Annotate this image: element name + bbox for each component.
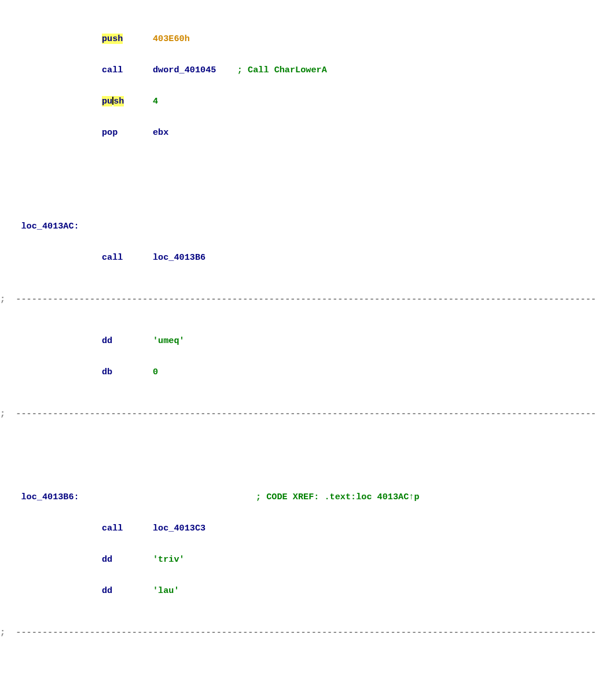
disassembly-view[interactable]: push403E60h calldword_401045 ; Call Char… bbox=[0, 0, 595, 700]
operand-str: 'umeq' bbox=[153, 336, 185, 346]
separator: ; --------------------------------------… bbox=[0, 627, 595, 638]
asm-line: popebx bbox=[0, 127, 595, 138]
code-label: loc_4013B6: bbox=[0, 492, 102, 502]
mnemonic-call: call bbox=[102, 252, 153, 263]
mnemonic-push-a: pu bbox=[102, 96, 112, 106]
asm-line: push4 bbox=[0, 96, 595, 106]
operand-ident: loc_4013C3 bbox=[153, 523, 205, 533]
asm-line: dd 'lau' bbox=[0, 585, 595, 596]
asm-line: calldword_401045 ; Call CharLowerA bbox=[0, 65, 595, 75]
mnemonic-db: db bbox=[102, 367, 153, 377]
operand-addr: 403E60h bbox=[153, 34, 190, 44]
comment: ; Call CharLowerA bbox=[237, 65, 327, 75]
operand-ident: dword_401045 bbox=[153, 65, 216, 75]
blank-line bbox=[0, 440, 595, 450]
blank-line bbox=[0, 658, 595, 669]
operand-reg: ebx bbox=[153, 127, 168, 138]
operand-str: 'triv' bbox=[153, 554, 185, 565]
mnemonic-push: push bbox=[102, 34, 123, 44]
asm-line: dd 'umeq' bbox=[0, 336, 595, 346]
operand-num: 4 bbox=[153, 96, 158, 106]
asm-line: db0 bbox=[0, 367, 595, 377]
mnemonic-dd: dd bbox=[102, 585, 153, 596]
xref: ; CODE XREF: .text:loc 4013AC↑p bbox=[256, 492, 420, 502]
label-line: loc_4013AC: bbox=[0, 221, 595, 231]
mnemonic-call: call bbox=[102, 65, 153, 75]
mnemonic-pop: pop bbox=[102, 127, 153, 138]
mnemonic-dd: dd bbox=[102, 336, 153, 346]
asm-line: push403E60h bbox=[0, 34, 595, 44]
operand-ident: loc_4013B6 bbox=[153, 252, 205, 263]
label-line: loc_4013B6:; CODE XREF: .text:loc 4013AC… bbox=[0, 492, 595, 502]
separator: ; --------------------------------------… bbox=[0, 294, 595, 304]
mnemonic-call: call bbox=[102, 523, 153, 533]
asm-line: callloc_4013C3 bbox=[0, 523, 595, 533]
blank-line bbox=[0, 169, 595, 179]
mnemonic-dd: dd bbox=[102, 554, 153, 565]
asm-line: dd 'triv' bbox=[0, 554, 595, 565]
operand-num: 0 bbox=[153, 367, 158, 377]
asm-line: callloc_4013B6 bbox=[0, 252, 595, 263]
operand-str: 'lau' bbox=[153, 585, 179, 596]
separator: ; --------------------------------------… bbox=[0, 408, 595, 419]
code-label: loc_4013AC: bbox=[0, 221, 102, 231]
mnemonic-push-b: sh bbox=[113, 96, 124, 106]
